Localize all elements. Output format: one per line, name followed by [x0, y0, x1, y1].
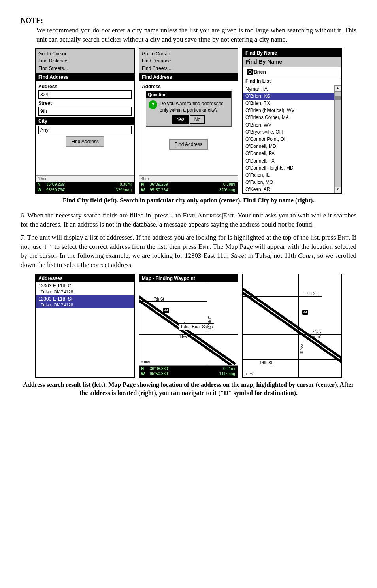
road-line — [298, 274, 299, 377]
list-item[interactable]: O'Donnell, TX — [243, 157, 341, 164]
map-canvas[interactable]: 44 D th St 14th St 7th St E Ave 0.8mi — [243, 274, 341, 377]
status-bar: 40mi NW 36°09.269'95°50.764' 0.38mi329°m… — [139, 175, 238, 193]
panel-title: Find Address — [139, 73, 238, 81]
street-label: Street — [38, 100, 132, 106]
map-scale: 0.8mi — [141, 360, 150, 365]
street-label: 7th St — [306, 291, 317, 297]
route-shield-icon: 44 — [302, 310, 308, 315]
scroll-down-icon[interactable]: ▼ — [335, 187, 341, 193]
list-item[interactable]: 12303 E 11th St Tulsa, OK 74128 — [36, 295, 134, 308]
map-navigate-panel: 44 D th St 14th St 7th St E Ave 0.8mi — [242, 274, 342, 378]
panel-title: Addresses — [36, 274, 134, 282]
panel-top-title: Find By Name — [243, 49, 341, 57]
list-item[interactable]: O'Brien (historical), WV — [243, 107, 341, 114]
list-item[interactable]: O'Briens Corner, MA — [243, 114, 341, 121]
map-scale: 0.8mi — [245, 372, 253, 376]
figure-1-caption: Find City field (left). Search in partic… — [21, 196, 356, 205]
list-item[interactable]: O'Fallon, IL — [243, 172, 341, 179]
dialog-text: Do you want to find addresses only withi… — [160, 100, 228, 113]
menu-goto-cursor[interactable]: Go To Cursor — [38, 50, 132, 57]
list-item[interactable]: O'Bryonsville, OH — [243, 129, 341, 136]
question-icon: ? — [149, 100, 157, 109]
context-menu: Go To Cursor Find Distance Find Streets.… — [36, 49, 134, 73]
name-input[interactable]: O'Brien — [245, 68, 339, 76]
city-label: City — [36, 117, 134, 125]
list-item[interactable]: 12303 E 11th Ct Tulsa, OK 74128 — [36, 282, 134, 295]
menu-goto-cursor[interactable]: Go To Cursor — [142, 50, 235, 57]
menu-find-distance[interactable]: Find Distance — [38, 57, 132, 64]
scroll-up-icon[interactable]: ▲ — [335, 85, 341, 92]
addresses-panel: Addresses 12303 E 11th Ct Tulsa, OK 7412… — [35, 274, 135, 378]
street-label: 14th St — [260, 360, 272, 366]
menu-find-streets[interactable]: Find Streets... — [142, 65, 235, 72]
find-address-question-panel: Go To Cursor Find Distance Find Streets.… — [139, 48, 238, 194]
scrollbar[interactable]: ▲ ▼ — [334, 85, 341, 193]
yes-button[interactable]: Yes — [172, 115, 189, 123]
status-bar: NW 36°08.880'95°50.389' 0.21mi111°mag — [139, 365, 238, 377]
dialog-title: Question — [146, 91, 231, 98]
map-canvas[interactable]: 44 Tulsa Boat Sales 11th St 129th E 7th … — [139, 282, 238, 365]
menu-find-distance[interactable]: Find Distance — [142, 57, 235, 64]
address-label: Address — [142, 83, 235, 90]
road-line — [243, 359, 341, 360]
list-item[interactable]: O'Brion, WV — [243, 121, 341, 129]
road-line — [243, 334, 341, 335]
note-text: We recommend you do not enter a city nam… — [36, 26, 356, 44]
street-input[interactable]: 9th — [38, 107, 132, 115]
list-item[interactable]: O'Fallon, MO — [243, 179, 341, 186]
list-item[interactable]: O'Brien, TX — [243, 100, 341, 107]
panel-title: Find By Name — [243, 57, 341, 67]
street-label: 11th St — [179, 335, 192, 340]
list-item[interactable]: O'Donnell, PA — [243, 150, 341, 157]
menu-find-streets[interactable]: Find Streets... — [38, 65, 132, 72]
street-label: E Ave — [299, 344, 304, 353]
scroll-thumb[interactable] — [335, 96, 341, 100]
figure-2-caption: Address search result list (left). Map P… — [21, 380, 356, 397]
find-address-button[interactable]: Find Address — [66, 136, 104, 147]
step-7: 7. The unit will display a list of addre… — [21, 233, 356, 270]
street-label: th St — [313, 335, 320, 339]
list-item[interactable]: O'Brien, KS — [243, 93, 341, 100]
address-list[interactable]: 12303 E 11th Ct Tulsa, OK 74128 12303 E … — [36, 282, 134, 377]
map-finding-panel: Map - Finding Waypoint 44 Tulsa Boat Sal… — [139, 274, 238, 378]
address-label: Address — [38, 83, 132, 90]
step-6: 6. When the necessary search fields are … — [21, 211, 356, 229]
list-item[interactable]: O'Donnell Heights, MD — [243, 164, 341, 172]
find-address-button[interactable]: Find Address — [169, 139, 208, 150]
find-by-name-panel: Find By Name Find By Name O'Brien Find I… — [242, 48, 342, 194]
no-button[interactable]: No — [190, 115, 205, 123]
panel-title: Map - Finding Waypoint — [139, 274, 238, 282]
address-input[interactable]: 324 — [38, 90, 132, 99]
list-item[interactable]: O'Donnell, MD — [243, 143, 341, 150]
list-item[interactable]: O'Kean, AR — [243, 186, 341, 193]
list-item[interactable]: Nyman, IA — [243, 85, 341, 93]
figure-2: Addresses 12303 E 11th Ct Tulsa, OK 7412… — [21, 274, 356, 378]
find-address-panel: Go To Cursor Find Distance Find Streets.… — [35, 48, 135, 194]
city-input[interactable]: Any — [38, 126, 132, 134]
note-label: NOTE: — [21, 16, 356, 25]
street-label: 7th St — [154, 297, 164, 302]
find-in-list-label: Find In List — [243, 77, 341, 85]
road-line — [139, 301, 207, 302]
list-item[interactable]: O'Connor Point, OH — [243, 136, 341, 143]
figure-1: Go To Cursor Find Distance Find Streets.… — [21, 48, 356, 194]
panel-title: Find Address — [36, 73, 134, 81]
status-bar: 40mi NW 36°09.269'95°50.764' 0.38mi329°m… — [36, 175, 134, 193]
question-dialog: Question ? Do you want to find addresses… — [146, 91, 231, 126]
city-list[interactable]: Nyman, IA O'Brien, KS O'Brien, TX O'Brie… — [243, 85, 341, 193]
route-shield-icon: 44 — [163, 308, 169, 313]
street-label: 129th E — [207, 316, 213, 329]
